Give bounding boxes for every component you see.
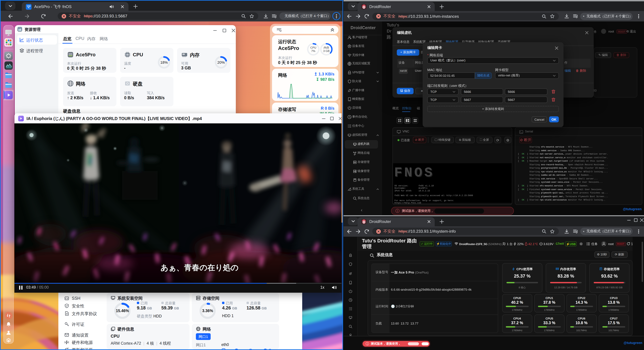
svg-text:3.36%: 3.36% <box>202 309 213 313</box>
svg-text:CPU: CPU <box>126 54 129 55</box>
svg-text:20%: 20% <box>217 60 225 64</box>
svg-text:18%: 18% <box>160 60 168 64</box>
svg-text:3 GB: 3 GB <box>323 49 330 53</box>
svg-text:7%: 7% <box>311 49 315 53</box>
svg-text:RAM: RAM <box>183 54 185 55</box>
svg-text:内存: 内存 <box>324 46 329 49</box>
svg-text:15.46%: 15.46% <box>116 309 129 313</box>
svg-text:CPU: CPU <box>310 46 316 49</box>
svg-text:あぁ、青春の在り処の: あぁ、青春の在り処の <box>160 263 238 272</box>
